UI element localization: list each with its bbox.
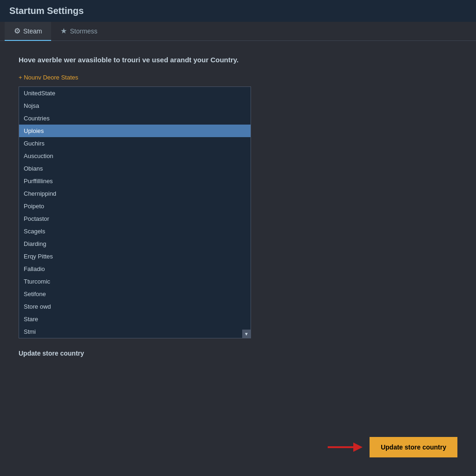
star-icon: ★ — [60, 26, 67, 35]
list-item[interactable]: Store owd — [19, 300, 251, 313]
list-item[interactable]: Nojsa — [19, 99, 251, 112]
list-item[interactable]: Falladio — [19, 263, 251, 275]
tab-steam-label: Steam — [23, 27, 42, 35]
list-item[interactable]: Scagels — [19, 225, 251, 238]
tab-bar: ⚙ Steam ★ Stormess — [0, 22, 476, 41]
section-label: Update store country — [19, 350, 457, 357]
svg-marker-1 — [353, 443, 363, 452]
dropdown-arrow-icon[interactable]: ▼ — [242, 330, 251, 338]
list-item[interactable]: Tturcomic — [19, 275, 251, 288]
list-item[interactable]: Obians — [19, 162, 251, 175]
list-item[interactable]: Diarding — [19, 238, 251, 250]
country-list[interactable]: UnitedStateNojsaCountriesUploiesGuchirsA… — [19, 87, 251, 338]
list-item[interactable]: Poipeto — [19, 200, 251, 212]
list-item[interactable]: Erqy Pittes — [19, 250, 251, 263]
list-item[interactable]: Stare — [19, 313, 251, 325]
bottom-area: Update store country — [0, 428, 476, 476]
list-item[interactable]: Stmi — [19, 325, 251, 338]
list-item[interactable]: Chernippind — [19, 187, 251, 200]
title-bar: Startum Settings — [0, 0, 476, 22]
red-arrow-icon — [328, 440, 365, 454]
main-content: Hove averble wer avasiloble to trouri ve… — [0, 41, 476, 428]
steam-icon: ⚙ — [14, 26, 20, 35]
list-item[interactable]: Uploies — [19, 125, 251, 137]
update-store-country-button[interactable]: Update store country — [370, 437, 457, 457]
list-item[interactable]: Auscuction — [19, 150, 251, 162]
tab-stormess-label: Stormess — [70, 27, 97, 35]
list-item[interactable]: UnitedState — [19, 87, 251, 99]
tab-steam[interactable]: ⚙ Steam — [5, 22, 51, 41]
list-item[interactable]: Setifone — [19, 288, 251, 300]
list-item[interactable]: Guchirs — [19, 137, 251, 150]
settings-window: Startum Settings ⚙ Steam ★ Stormess Hove… — [0, 0, 476, 476]
description-text: Hove averble wer avasiloble to trouri ve… — [19, 55, 457, 65]
list-item[interactable]: Countries — [19, 112, 251, 125]
list-item[interactable]: Poctastor — [19, 212, 251, 225]
window-title: Startum Settings — [9, 6, 84, 16]
tab-stormess[interactable]: ★ Stormess — [51, 22, 106, 41]
arrow-container: Update store country — [328, 437, 457, 457]
expand-link[interactable]: + Nounv Deore States — [19, 74, 457, 81]
country-list-container: UnitedStateNojsaCountriesUploiesGuchirsA… — [19, 86, 251, 338]
list-item[interactable]: Purffilllines — [19, 175, 251, 187]
